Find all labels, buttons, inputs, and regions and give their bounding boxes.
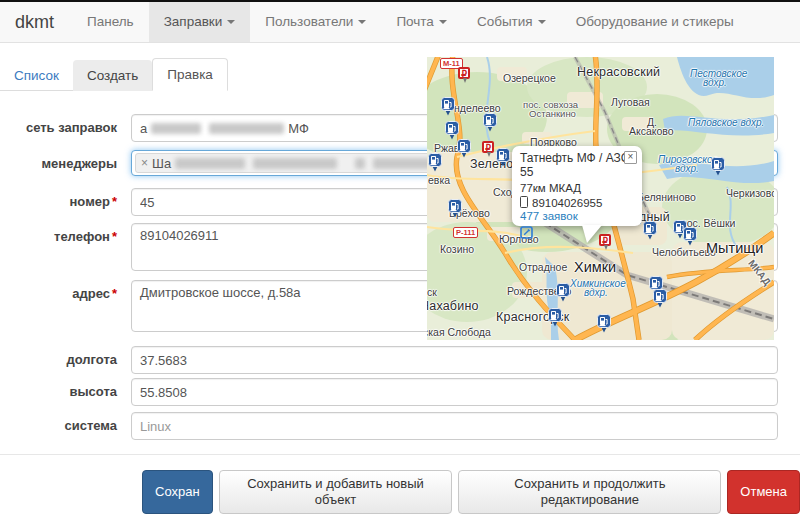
map-label: Химки xyxy=(574,259,616,275)
map-label: Нахабино xyxy=(427,299,479,313)
nav-item-label: Заправки xyxy=(164,14,223,29)
redacted-text xyxy=(253,158,337,169)
nav-item-users[interactable]: Пользователи xyxy=(250,2,381,42)
map-label: вдхр. xyxy=(584,287,608,298)
map-label: Некрасовский xyxy=(577,65,660,79)
map-label: Отрадное xyxy=(519,261,567,273)
map-label: ск xyxy=(427,286,437,298)
tab-list[interactable]: Список xyxy=(0,60,73,91)
system-input[interactable] xyxy=(131,412,778,440)
nav-item-label: События xyxy=(477,14,533,29)
fuel-station-marker[interactable] xyxy=(496,148,510,167)
map-label: Аксаково xyxy=(629,125,674,137)
save-and-add-button[interactable]: Сохранить и добавить новый объект xyxy=(219,470,453,514)
tab-create[interactable]: Создать xyxy=(73,60,152,91)
nav-item-panel[interactable]: Панель xyxy=(72,2,149,42)
balloon-title: Татнефть МФ / АЗС 55 xyxy=(520,151,634,179)
redacted-text xyxy=(355,158,365,169)
map-label: Озерецкое xyxy=(503,72,556,84)
edit-icon[interactable] xyxy=(520,226,533,239)
road-number-badge: Р-111 xyxy=(453,227,478,238)
fuel-station-marker[interactable] xyxy=(643,221,657,240)
close-icon[interactable]: × xyxy=(624,151,637,164)
balloon-tail xyxy=(582,225,602,243)
nav-item-label: Пользователи xyxy=(265,14,353,29)
required-asterisk: * xyxy=(112,194,117,209)
ruble-station-marker[interactable]: ₽ xyxy=(482,141,494,153)
caret-down-icon xyxy=(227,20,235,24)
caret-down-icon xyxy=(439,20,447,24)
fuel-station-marker[interactable] xyxy=(448,199,462,218)
balloon-phone: 89104026955 xyxy=(532,197,602,209)
map-label: вдхр. xyxy=(675,163,699,174)
network-value-prefix: а xyxy=(140,121,147,136)
redacted-text xyxy=(151,123,201,134)
managers-label: менеджеры xyxy=(0,150,131,171)
fuel-station-marker[interactable] xyxy=(653,289,667,308)
map-label: Козино xyxy=(440,243,474,255)
caret-down-icon xyxy=(538,20,546,24)
fuel-station-marker[interactable] xyxy=(483,113,497,132)
fuel-station-marker[interactable] xyxy=(445,121,459,140)
form-row-longitude: долгота xyxy=(0,346,800,374)
latitude-label: высота xyxy=(0,378,131,399)
longitude-label: долгота xyxy=(0,346,131,367)
tab-edit[interactable]: Правка xyxy=(152,58,228,91)
map-label: вдхр. xyxy=(703,77,727,88)
map-label: евка xyxy=(428,174,450,186)
network-value-suffix: МФ xyxy=(288,121,309,136)
map-label: Луговая xyxy=(611,96,650,108)
form-row-system: система xyxy=(0,412,800,440)
nav-item-events[interactable]: События xyxy=(462,2,561,42)
map-balloon: Татнефть МФ / АЗС 55 × 77км МКАД 8910402… xyxy=(512,146,642,226)
tabs-bar: Список Создать Правка xyxy=(0,58,228,91)
system-label: система xyxy=(0,412,131,433)
caret-down-icon xyxy=(358,20,366,24)
save-button[interactable]: Сохран xyxy=(142,470,213,514)
fuel-station-marker[interactable] xyxy=(711,157,725,176)
remove-tag-icon[interactable]: × xyxy=(141,156,148,170)
redacted-text xyxy=(209,123,284,134)
balloon-distance: 77км МКАД xyxy=(520,182,634,196)
map-label: ская Слобода xyxy=(427,326,491,338)
required-asterisk: * xyxy=(112,286,117,301)
form-row-latitude: высота xyxy=(0,378,800,406)
form-actions-divider xyxy=(0,454,800,455)
navbar: dkmt Панель Заправки Пользователи Почта … xyxy=(0,2,800,43)
ruble-station-marker[interactable]: ₽ xyxy=(458,67,470,79)
form-actions: Сохран Сохранить и добавить новый объект… xyxy=(142,470,800,514)
redacted-text xyxy=(175,158,245,169)
longitude-input[interactable] xyxy=(131,346,778,374)
latitude-input[interactable] xyxy=(131,378,778,406)
map-label: Мытищи xyxy=(706,240,763,256)
fuel-station-marker[interactable] xyxy=(548,308,562,327)
network-label: сеть заправок xyxy=(0,114,131,135)
manager-tag-text: Ша xyxy=(152,156,171,171)
fuel-station-marker[interactable] xyxy=(683,227,697,246)
save-and-continue-button[interactable]: Сохранить и продолжить редактирование xyxy=(458,470,721,514)
balloon-requests-link[interactable]: 477 заявок xyxy=(520,210,578,222)
map-label: Черкизово xyxy=(726,187,774,199)
cancel-button[interactable]: Отмена xyxy=(727,470,800,514)
fuel-station-marker[interactable] xyxy=(428,153,442,172)
nav-item-label: Почта xyxy=(396,14,434,29)
required-asterisk: * xyxy=(112,229,117,244)
balloon-phone-row: 89104026955 xyxy=(520,196,634,211)
phone-label: телефон* xyxy=(0,223,131,244)
brand-link[interactable]: dkmt xyxy=(0,2,72,42)
fuel-station-marker[interactable] xyxy=(441,97,455,116)
fuel-station-marker[interactable] xyxy=(556,283,570,302)
fuel-station-marker[interactable] xyxy=(597,314,611,333)
map-label: Останкино xyxy=(529,108,576,119)
address-label: адрес* xyxy=(0,280,131,301)
phone-icon xyxy=(520,196,528,208)
nav-item-equipment[interactable]: Оборудование и стикеры xyxy=(561,2,749,42)
fuel-station-marker[interactable] xyxy=(457,139,471,158)
nav-item-zapravki[interactable]: Заправки xyxy=(149,2,251,42)
map[interactable]: НекрасовскийОзерецкоеПестовскоевдхр.пос.… xyxy=(427,57,774,340)
nav-item-mail[interactable]: Почта xyxy=(381,2,462,42)
number-label: номер* xyxy=(0,188,131,209)
map-label: Пяловское вдхр. xyxy=(688,117,764,128)
map-label: Беляниново xyxy=(637,191,696,203)
